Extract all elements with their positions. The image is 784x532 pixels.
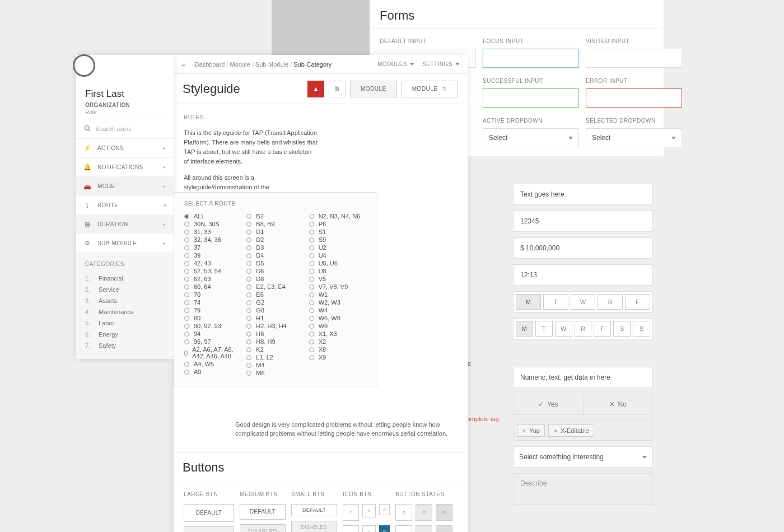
hamburger-icon[interactable]: ≡ (181, 60, 186, 68)
category-item[interactable]: 1.Financial (85, 273, 165, 284)
route-option[interactable]: D3 (246, 244, 304, 251)
day-toggle-m[interactable]: M (516, 294, 541, 310)
icon-button[interactable]: ○ (362, 504, 375, 517)
route-option[interactable]: P6 (309, 220, 367, 228)
route-option[interactable]: D5 (246, 259, 304, 267)
route-option[interactable]: G8 (246, 306, 304, 314)
module-button-a[interactable]: MODULE (350, 81, 397, 97)
route-option[interactable]: W9 (309, 322, 367, 330)
route-option[interactable]: G2 (246, 298, 304, 306)
route-option[interactable]: X1, X3 (309, 330, 367, 338)
route-option[interactable]: U4 (309, 251, 367, 259)
route-option[interactable]: 70 (184, 291, 242, 298)
icon-button[interactable]: ○ (343, 525, 359, 532)
route-option[interactable]: 37 (184, 244, 242, 251)
route-option[interactable]: V7, V8, V9 (309, 283, 367, 291)
category-item[interactable]: 4.Maintenance (85, 306, 165, 318)
document-button[interactable]: 🗎 (329, 81, 346, 97)
search-input[interactable]: Search users (76, 119, 174, 139)
modules-dropdown[interactable]: MODULES (377, 61, 414, 67)
tag-chip[interactable]: ✕Yup (517, 424, 545, 437)
sidebar-item-sub-module[interactable]: ⚙SUB-MODULE▸ (76, 234, 174, 253)
category-item[interactable]: 6.Energy (85, 329, 165, 340)
yes-no-toggle[interactable]: ✓Yes ✕No (513, 394, 653, 415)
route-option[interactable]: D8 (246, 275, 304, 283)
route-option[interactable]: U2 (309, 244, 367, 251)
day-toggle-t[interactable]: T (543, 294, 568, 310)
breadcrumb-item[interactable]: Dashboard (195, 61, 225, 68)
route-option[interactable]: X8 (309, 346, 367, 353)
route-option[interactable]: 74 (184, 298, 242, 306)
icon-button[interactable]: ○ (343, 504, 359, 521)
currency-input[interactable]: $ 10,000,000 (513, 237, 653, 259)
visited-input[interactable] (586, 49, 682, 68)
route-option[interactable]: D4 (246, 251, 304, 259)
long-text-input[interactable]: Numeric, text, get data in here (513, 367, 653, 388)
route-option[interactable]: S9 (309, 236, 367, 244)
route-option[interactable]: 31, 33 (184, 228, 242, 236)
medium-default-button[interactable]: DEFAULT (240, 504, 286, 520)
route-option[interactable]: 30N, 30S (184, 220, 242, 228)
day-toggle-s[interactable]: S (633, 321, 650, 337)
route-option[interactable]: B8, B9 (246, 220, 304, 228)
route-option[interactable]: X9 (309, 353, 367, 361)
route-option[interactable]: E2, E3, E4 (246, 283, 304, 291)
time-input[interactable]: 12:13 (513, 264, 653, 286)
route-option[interactable]: 90, 92, 93 (184, 322, 242, 330)
day-toggle-m[interactable]: M (516, 321, 533, 337)
number-input[interactable]: 12345 (513, 211, 653, 232)
category-item[interactable]: 7.Safety (85, 340, 165, 351)
state-active[interactable]: ○ (436, 525, 452, 532)
day-toggle-r[interactable]: R (598, 294, 623, 310)
text-input[interactable]: Text goes here (513, 184, 653, 205)
route-option[interactable]: 60, 64 (184, 283, 242, 291)
route-option[interactable]: E6 (246, 291, 304, 298)
route-option[interactable]: D1 (246, 228, 304, 236)
route-option[interactable]: M4 (246, 361, 304, 369)
state-hover[interactable]: ○ (416, 525, 432, 532)
route-option[interactable]: K2 (246, 346, 304, 353)
close-icon[interactable]: ✕ (553, 428, 558, 434)
day-toggle-f[interactable]: F (625, 294, 650, 310)
state-hover[interactable]: ○ (416, 504, 432, 521)
route-option[interactable]: W1 (309, 291, 367, 298)
icon-button[interactable]: ○ (362, 525, 375, 532)
route-option[interactable]: 39 (184, 251, 242, 259)
large-default-button[interactable]: DEFAULT (184, 504, 234, 522)
state-default[interactable]: ○ (395, 504, 412, 521)
route-option[interactable]: ALL (184, 212, 242, 220)
sidebar-item-notifications[interactable]: 🔔NOTIFICATIONS▸ (76, 158, 174, 177)
category-item[interactable]: 2.Service (85, 284, 165, 295)
day-toggle-s[interactable]: S (613, 321, 631, 337)
selected-dropdown[interactable]: Select (586, 128, 682, 147)
route-option[interactable]: W4 (309, 306, 367, 314)
route-option[interactable]: W6, W8 (309, 314, 367, 322)
day-toggle-f[interactable]: F (594, 321, 611, 337)
sidebar-item-route[interactable]: ⤵ROUTE◂ (76, 196, 174, 215)
sidebar-item-mode[interactable]: 🚗MODE▸ (76, 177, 174, 196)
success-input[interactable] (483, 88, 579, 108)
route-option[interactable]: W2, W3 (309, 298, 367, 306)
route-option[interactable]: V5 (309, 275, 367, 283)
small-default-button[interactable]: DEFAULT (291, 504, 337, 516)
module-button-b[interactable]: MODULE ⇅ (402, 81, 458, 97)
route-option[interactable]: D6 (246, 267, 304, 275)
day-toggle-t[interactable]: T (535, 321, 553, 337)
route-option[interactable]: B2 (246, 212, 304, 220)
error-input[interactable] (586, 88, 682, 108)
route-option[interactable]: 96, 97 (184, 338, 242, 346)
route-option[interactable]: 80 (184, 314, 242, 322)
day-toggle-w[interactable]: W (555, 321, 572, 337)
icon-button[interactable]: ○ (379, 504, 390, 515)
breadcrumb-item[interactable]: Sub-Module (255, 61, 288, 68)
sidebar-item-duration[interactable]: ▦DURATION▸ (76, 215, 174, 234)
route-option[interactable]: D2 (246, 236, 304, 244)
alert-button[interactable]: ▲ (307, 81, 324, 97)
state-active[interactable]: ○ (436, 504, 452, 521)
tag-input[interactable]: ✕Yup✕X-Editable (513, 421, 653, 441)
sidebar-item-actions[interactable]: ⚡ACTIONS▸ (76, 139, 174, 158)
day-toggle-r[interactable]: R (575, 321, 592, 337)
route-option[interactable]: U8 (309, 267, 367, 275)
route-option[interactable]: 42, 43 (184, 259, 242, 267)
route-option[interactable]: H1 (246, 314, 304, 322)
